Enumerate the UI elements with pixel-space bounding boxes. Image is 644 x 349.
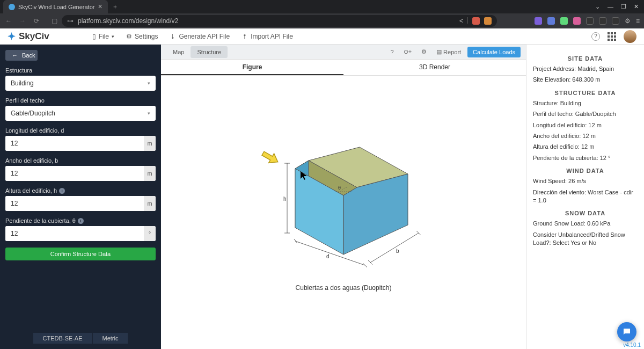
- browser-tab[interactable]: SkyCiv Wind Load Generator ✕: [3, 0, 108, 13]
- ext-icon-1[interactable]: [472, 17, 480, 25]
- heading-wind-data: WIND DATA: [533, 168, 638, 174]
- info-icon[interactable]: i: [78, 218, 84, 224]
- download-icon: ⭳: [170, 33, 176, 40]
- apps-icon[interactable]: [608, 32, 616, 41]
- browser-addressbar: ← → ⟳ ▢ ⊶ platform.skyciv.com/design/win…: [0, 13, 644, 28]
- nav-forward-icon[interactable]: →: [18, 17, 27, 25]
- sidebar-footer: CTEDB-SE-AE Metric: [5, 333, 156, 344]
- row-perfil: Perfil del techo: Gable/Duopitch: [533, 110, 638, 118]
- row-structure: Structure: Building: [533, 99, 638, 107]
- heading-snow-data: SNOW DATA: [533, 210, 638, 216]
- row-site-elevation: Site Elevation: 648.300 m: [533, 76, 638, 84]
- label-estructura: Estructura: [5, 67, 156, 74]
- ext-icon-9[interactable]: [612, 17, 619, 25]
- bookmark-icon[interactable]: ▢: [52, 17, 57, 25]
- browser-titlebar: SkyCiv Wind Load Generator ✕ ＋ ⌄ — ❐ ✕: [0, 0, 644, 13]
- upload-icon: ⭱: [241, 33, 248, 40]
- center-panel: Map Structure ? ⊙+ ⚙ ▤Report Calculate L…: [161, 45, 526, 349]
- back-button[interactable]: ← Back: [5, 50, 38, 61]
- content: Map Structure ? ⊙+ ⚙ ▤Report Calculate L…: [161, 45, 644, 349]
- chevron-down-icon: ▾: [112, 34, 114, 39]
- chevron-down-icon[interactable]: ⌄: [595, 3, 600, 10]
- row-ground-snow: Ground Snow Load: 0.60 kPa: [533, 220, 638, 228]
- figure-area: θ h d b Cubiertas a dos aguas (Duopitch): [161, 76, 526, 349]
- view-tabs: Figure 3D Render: [161, 60, 526, 76]
- tab-map[interactable]: Map: [166, 46, 191, 58]
- ext-icon-5[interactable]: [560, 17, 568, 25]
- calculate-loads-button[interactable]: Calculate Loads: [467, 47, 521, 57]
- input-pendiente[interactable]: °: [5, 226, 156, 241]
- report-button[interactable]: ▤Report: [433, 47, 464, 57]
- url-input[interactable]: ⊶ platform.skyciv.com/design/wind/v2 <: [62, 15, 497, 27]
- help-icon[interactable]: ?: [591, 32, 600, 41]
- select-estructura[interactable]: Building ▾: [5, 76, 156, 91]
- heading-structure-data: STRUCTURE DATA: [533, 90, 638, 96]
- heading-site-data: SITE DATA: [533, 55, 638, 62]
- logo-text: SkyCiv: [19, 31, 49, 42]
- row-pendiente: Pendiente de la cubierta: 12 °: [533, 154, 638, 162]
- info-icon[interactable]: i: [59, 188, 65, 194]
- input-altura[interactable]: m: [5, 196, 156, 211]
- dim-h: h: [283, 196, 287, 202]
- menu-icon[interactable]: ≡: [636, 17, 640, 25]
- code-selector[interactable]: CTEDB-SE-AE: [33, 333, 92, 344]
- row-wind-speed: Wind Speed: 26 m/s: [533, 177, 638, 185]
- menu-file[interactable]: ▯ File ▾: [92, 33, 114, 40]
- wind-arrow-icon: [260, 149, 281, 166]
- view-tab-render[interactable]: 3D Render: [343, 60, 526, 75]
- row-ancho: Ancho del edificio: 12 m: [533, 132, 638, 140]
- extensions-icon[interactable]: ⚙: [625, 17, 631, 25]
- unit-deg: °: [144, 226, 156, 241]
- dim-d: d: [326, 253, 330, 259]
- minimize-icon[interactable]: —: [608, 3, 613, 10]
- close-icon[interactable]: ✕: [98, 3, 103, 10]
- unit-m: m: [144, 196, 156, 211]
- ext-icon-8[interactable]: [599, 17, 606, 25]
- avatar[interactable]: [624, 30, 636, 43]
- app-header: ✦ SkyCiv ▯ File ▾ ⚙ Settings ⭳ Generate …: [0, 28, 644, 45]
- ext-icon-2[interactable]: [484, 17, 492, 25]
- zoom-button[interactable]: ⊙+: [400, 47, 415, 57]
- new-tab-button[interactable]: ＋: [112, 3, 118, 11]
- tab-title: SkyCiv Wind Load Generator: [18, 4, 94, 10]
- input-longitud[interactable]: m: [5, 136, 156, 151]
- menu-settings[interactable]: ⚙ Settings: [126, 33, 158, 40]
- row-altura: Altura del edificio: 12 m: [533, 143, 638, 151]
- row-longitud: Longitud del edificio: 12 m: [533, 121, 638, 129]
- toolbar: Map Structure ? ⊙+ ⚙ ▤Report Calculate L…: [161, 45, 526, 60]
- confirm-structure-button[interactable]: Confirm Structure Data: [5, 248, 156, 260]
- settings-button[interactable]: ⚙: [418, 47, 430, 57]
- sidebar: ← Back Estructura Building ▾ Perfil del …: [0, 45, 161, 349]
- row-wind-dir: Dirección del viento: Worst Case - cdir …: [533, 188, 638, 205]
- document-icon: ▤: [436, 48, 442, 55]
- help-button[interactable]: ?: [387, 47, 397, 57]
- url-text: platform.skyciv.com/design/wind/v2: [78, 17, 178, 25]
- building-figure: θ h d b: [258, 134, 429, 273]
- chevron-down-icon: ▾: [148, 81, 150, 86]
- right-panel: SITE DATA Project Address: Madrid, Spain…: [526, 45, 644, 349]
- file-icon: ▯: [92, 33, 96, 40]
- view-tab-figure[interactable]: Figure: [161, 60, 343, 75]
- select-perfil[interactable]: Gable/Duopitch ▾: [5, 106, 156, 121]
- main: ← Back Estructura Building ▾ Perfil del …: [0, 45, 644, 349]
- site-settings-icon[interactable]: ⊶: [67, 17, 74, 25]
- tab-structure[interactable]: Structure: [191, 46, 228, 58]
- maximize-icon[interactable]: ❐: [621, 3, 626, 10]
- logo[interactable]: ✦ SkyCiv: [8, 31, 49, 42]
- ext-icon-7[interactable]: [586, 17, 594, 25]
- nav-back-icon[interactable]: ←: [4, 17, 13, 25]
- menu-generate-api[interactable]: ⭳ Generate API File: [170, 33, 230, 40]
- share-icon[interactable]: <: [459, 17, 463, 25]
- reload-icon[interactable]: ⟳: [32, 17, 41, 25]
- ext-icon-6[interactable]: [573, 17, 581, 25]
- unit-selector[interactable]: Metric: [92, 333, 128, 344]
- input-ancho[interactable]: m: [5, 166, 156, 181]
- row-project-address: Project Address: Madrid, Spain: [533, 65, 638, 73]
- ext-icon-4[interactable]: [547, 17, 555, 25]
- arrow-left-icon: ←: [12, 52, 18, 59]
- ext-icon-3[interactable]: [535, 17, 542, 25]
- chat-button[interactable]: [617, 322, 636, 341]
- dim-theta: θ: [338, 185, 341, 191]
- window-close-icon[interactable]: ✕: [634, 3, 639, 10]
- menu-import-api[interactable]: ⭱ Import API File: [241, 33, 293, 40]
